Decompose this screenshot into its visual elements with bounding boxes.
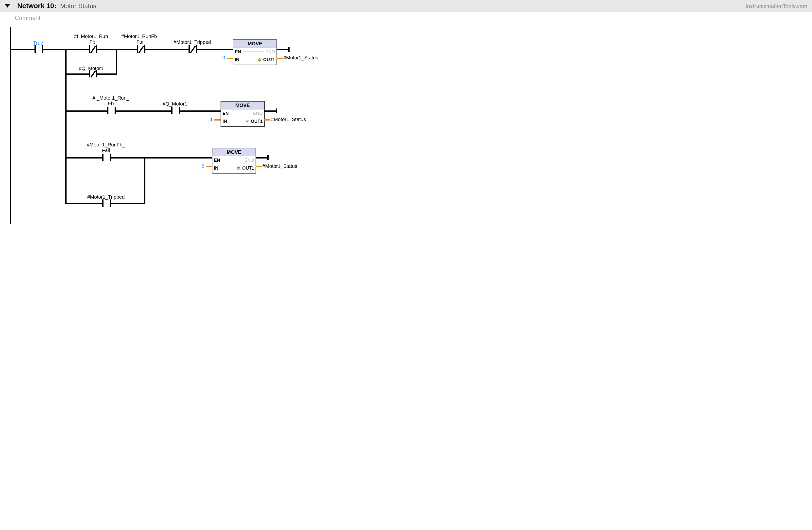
- contact-no[interactable]: [42, 45, 43, 53]
- contact-nc[interactable]: [96, 70, 97, 77]
- contact-no[interactable]: [115, 107, 116, 114]
- pin-in: IN: [214, 166, 218, 171]
- divider: [230, 113, 252, 113]
- wire: [10, 49, 233, 50]
- value[interactable]: 1: [209, 117, 214, 122]
- tag[interactable]: #I_Motor1_Run_ Fb: [89, 95, 133, 106]
- terminator-icon: [267, 155, 269, 160]
- watermark: InstrumentationTools.com: [745, 3, 807, 9]
- gap: [36, 49, 42, 50]
- tag[interactable]: #Q_Motor1: [155, 101, 195, 107]
- wire: [65, 49, 67, 204]
- gap: [173, 111, 179, 112]
- wire: [65, 111, 220, 112]
- block-title: MOVE: [221, 102, 264, 110]
- pin-en: EN: [222, 111, 229, 116]
- move-block[interactable]: MOVE EN ENO IN ✲ OUT1: [233, 40, 277, 65]
- pin-out1: OUT1: [242, 166, 254, 171]
- power-rail: [10, 27, 11, 224]
- orange-wire: [276, 58, 282, 59]
- orange-wire: [256, 166, 262, 167]
- pin-en: EN: [235, 49, 241, 55]
- contact-nc[interactable]: [196, 45, 197, 53]
- move-block[interactable]: MOVE EN ENO IN ✲ OUT1: [220, 101, 265, 127]
- divider: [222, 160, 243, 160]
- orange-wire: [264, 119, 270, 120]
- tag[interactable]: #Motor1_Tripped: [170, 40, 214, 45]
- tag[interactable]: #Motor1_RunFb_ Fail: [81, 142, 131, 153]
- tag[interactable]: #Q_Motor1: [71, 66, 111, 71]
- contact-nc[interactable]: [96, 45, 97, 53]
- pin-eno: ENO: [245, 158, 254, 163]
- pin-in: IN: [235, 57, 239, 62]
- contact-no[interactable]: [110, 154, 111, 161]
- network-name[interactable]: Motor Status: [60, 2, 96, 10]
- pin-eno: ENO: [253, 111, 263, 116]
- orange-wire: [214, 119, 220, 120]
- star-icon: ✲: [236, 166, 240, 171]
- value[interactable]: 0: [221, 55, 226, 61]
- terminator-icon: [276, 109, 277, 113]
- tag-true[interactable]: True: [31, 40, 46, 46]
- pin-out1: OUT1: [263, 57, 275, 62]
- wire: [116, 49, 117, 75]
- network-number: Network 10:: [17, 2, 56, 10]
- collapse-icon[interactable]: [5, 4, 10, 8]
- wire: [65, 157, 212, 158]
- contact-nc[interactable]: [144, 45, 145, 53]
- tag[interactable]: #I_Motor1_Run_ Fb: [70, 33, 115, 45]
- tag[interactable]: #Motor1_Status: [271, 117, 320, 122]
- pin-eno: ENO: [265, 49, 275, 55]
- tag[interactable]: #Motor1_RunFb_ Fail: [118, 33, 163, 45]
- comment-field[interactable]: Comment: [0, 12, 812, 24]
- ladder-diagram: True #I_Motor1_Run_ Fb #Motor1_RunFb_ Fa…: [8, 27, 338, 224]
- pin-in: IN: [222, 119, 227, 124]
- pin-en: EN: [214, 158, 220, 163]
- contact-no[interactable]: [179, 107, 180, 114]
- wire: [144, 157, 145, 204]
- move-block[interactable]: MOVE EN ENO IN ✲ OUT1: [212, 148, 256, 174]
- wire: [256, 157, 268, 158]
- wire: [276, 49, 289, 50]
- gap: [103, 157, 110, 158]
- divider: [243, 51, 264, 52]
- gap: [108, 111, 115, 112]
- gap: [103, 203, 110, 204]
- tag[interactable]: #Motor1_Status: [284, 55, 333, 61]
- orange-wire: [227, 58, 233, 59]
- value[interactable]: 2: [200, 163, 205, 169]
- block-title: MOVE: [213, 148, 256, 156]
- terminator-icon: [288, 47, 290, 52]
- tag[interactable]: #Motor1_Tripped: [81, 194, 131, 200]
- orange-wire: [206, 166, 212, 167]
- tag[interactable]: #Motor1_Status: [262, 163, 312, 169]
- block-title: MOVE: [233, 40, 276, 48]
- network-header: Network 10: Motor Status Instrumentation…: [0, 0, 812, 12]
- star-icon: ✲: [258, 57, 261, 62]
- wire: [264, 111, 276, 112]
- pin-out1: OUT1: [251, 119, 263, 124]
- contact-no[interactable]: [110, 199, 111, 207]
- star-icon: ✲: [245, 119, 249, 124]
